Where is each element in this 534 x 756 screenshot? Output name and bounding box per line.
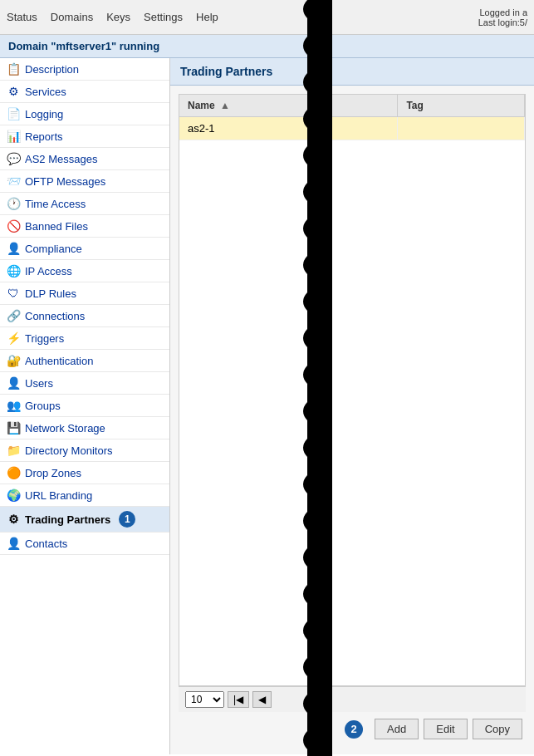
first-page-btn[interactable]: |◀ (228, 691, 249, 708)
action-bar: 2 Add Edit Copy (179, 712, 526, 746)
services-icon: ⚙ (7, 85, 20, 98)
top-nav: Status Domains Keys Settings Help Logged… (0, 0, 534, 35)
sidebar-item-oftp-messages[interactable]: 📨OFTP Messages (0, 170, 169, 193)
sidebar-item-services[interactable]: ⚙Services (0, 81, 169, 103)
network-storage-icon: 💾 (7, 421, 20, 434)
users-icon: 👤 (7, 376, 20, 390)
col-tag: Tag (398, 95, 525, 117)
sidebar-item-as2-messages[interactable]: 💬AS2 Messages (0, 148, 169, 170)
triggers-icon: ⚡ (7, 331, 20, 345)
time-access-icon: 🕐 (7, 197, 20, 210)
nav-settings[interactable]: Settings (144, 11, 183, 23)
trading-partners-icon: ⚙ (7, 513, 20, 526)
sidebar-item-reports[interactable]: 📊Reports (0, 125, 169, 148)
sidebar-item-network-storage[interactable]: 💾Network Storage (0, 417, 169, 439)
sidebar-item-directory-monitors[interactable]: 📁Directory Monitors (0, 439, 169, 462)
sidebar-item-contacts[interactable]: 👤Contacts (0, 533, 169, 555)
description-icon: 📋 (7, 62, 20, 76)
url-branding-icon: 🌍 (7, 488, 20, 502)
dlp-rules-icon: 🛡 (7, 287, 20, 300)
as2-messages-icon: 💬 (7, 152, 20, 165)
cell-tag (398, 117, 525, 140)
sidebar-item-url-branding[interactable]: 🌍URL Branding (0, 484, 169, 507)
sidebar-label-trading-partners: Trading Partners (25, 513, 110, 526)
sidebar-label-compliance: Compliance (25, 243, 82, 255)
table-container: Name ▲ Tag as2-1 (179, 94, 526, 686)
sidebar-label-network-storage: Network Storage (25, 422, 105, 434)
main-layout: 📋Description⚙Services📄Logging📊Reports💬AS… (0, 58, 534, 754)
sidebar-label-time-access: Time Access (25, 198, 86, 210)
domain-header: Domain "mftserver1" running (0, 35, 534, 58)
sidebar-item-logging[interactable]: 📄Logging (0, 103, 169, 125)
banned-files-icon: 🚫 (7, 219, 20, 233)
nav-help[interactable]: Help (196, 11, 218, 23)
sidebar-item-drop-zones[interactable]: 🟠Drop Zones (0, 462, 169, 484)
ip-access-icon: 🌐 (7, 264, 20, 277)
step-badge-2: 2 (345, 720, 363, 739)
directory-monitors-icon: 📁 (7, 444, 20, 457)
cell-name: as2-1 (179, 117, 398, 140)
drop-zones-icon: 🟠 (7, 466, 20, 479)
sidebar-item-compliance[interactable]: 👤Compliance (0, 238, 169, 260)
table-row[interactable]: as2-1 (179, 117, 525, 140)
sidebar-item-users[interactable]: 👤Users (0, 372, 169, 395)
authentication-icon: 🔐 (7, 354, 20, 367)
sidebar-label-dlp-rules: DLP Rules (25, 287, 76, 300)
contacts-icon: 👤 (7, 537, 20, 550)
sidebar-label-reports: Reports (25, 130, 63, 143)
sidebar-item-time-access[interactable]: 🕐Time Access (0, 193, 169, 215)
sidebar-item-triggers[interactable]: ⚡Triggers (0, 327, 169, 350)
sidebar-label-users: Users (25, 377, 53, 390)
sidebar-label-ip-access: IP Access (25, 265, 72, 277)
nav-keys[interactable]: Keys (106, 11, 130, 23)
sidebar: 📋Description⚙Services📄Logging📊Reports💬AS… (0, 58, 170, 754)
sidebar-item-description[interactable]: 📋Description (0, 58, 169, 81)
oftp-messages-icon: 📨 (7, 174, 20, 188)
sidebar-label-url-branding: URL Branding (25, 489, 92, 502)
nav-links: Status Domains Keys Settings Help (7, 11, 478, 23)
per-page-select[interactable]: 102550100 (185, 691, 224, 708)
sidebar-item-dlp-rules[interactable]: 🛡DLP Rules (0, 282, 169, 305)
connections-icon: 🔗 (7, 309, 20, 322)
compliance-icon: 👤 (7, 242, 20, 255)
sidebar-label-groups: Groups (25, 400, 61, 412)
content-body: Name ▲ Tag as2-1 102550100 |◀ ◀ (170, 86, 534, 754)
nav-status[interactable]: Status (7, 11, 37, 23)
sidebar-item-connections[interactable]: 🔗Connections (0, 305, 169, 327)
sidebar-item-banned-files[interactable]: 🚫Banned Files (0, 215, 169, 238)
sort-arrow-name: ▲ (220, 100, 230, 111)
prev-page-btn[interactable]: ◀ (252, 691, 272, 708)
sidebar-item-trading-partners[interactable]: ⚙Trading Partners1 (0, 507, 169, 533)
content-area: Trading Partners Name ▲ Tag as2-1 (170, 58, 534, 754)
col-name[interactable]: Name ▲ (179, 95, 398, 117)
sidebar-item-groups[interactable]: 👥Groups (0, 395, 169, 417)
sidebar-label-logging: Logging (25, 108, 63, 120)
sidebar-label-directory-monitors: Directory Monitors (25, 444, 112, 457)
sidebar-label-description: Description (25, 63, 79, 76)
sidebar-badge-trading-partners: 1 (119, 511, 135, 528)
content-title: Trading Partners (170, 58, 534, 86)
sidebar-label-connections: Connections (25, 310, 85, 322)
add-button[interactable]: Add (375, 719, 419, 739)
login-info: Logged in a Last login:5/ (478, 7, 527, 27)
sidebar-label-authentication: Authentication (25, 355, 93, 367)
sidebar-item-authentication[interactable]: 🔐Authentication (0, 350, 169, 372)
sidebar-label-contacts: Contacts (25, 538, 67, 550)
pagination-bar: 102550100 |◀ ◀ (179, 686, 526, 712)
groups-icon: 👥 (7, 399, 20, 412)
sidebar-label-banned-files: Banned Files (25, 220, 88, 233)
trading-partners-table: Name ▲ Tag as2-1 (179, 95, 525, 140)
nav-domains[interactable]: Domains (51, 11, 93, 23)
sidebar-label-services: Services (25, 86, 66, 98)
logging-icon: 📄 (7, 107, 20, 120)
copy-button[interactable]: Copy (473, 719, 522, 739)
sidebar-item-ip-access[interactable]: 🌐IP Access (0, 260, 169, 282)
sidebar-label-triggers: Triggers (25, 332, 64, 345)
sidebar-label-as2-messages: AS2 Messages (25, 153, 97, 165)
reports-icon: 📊 (7, 130, 20, 143)
sidebar-label-drop-zones: Drop Zones (25, 467, 81, 479)
edit-button[interactable]: Edit (424, 719, 467, 739)
sidebar-label-oftp-messages: OFTP Messages (25, 175, 105, 188)
